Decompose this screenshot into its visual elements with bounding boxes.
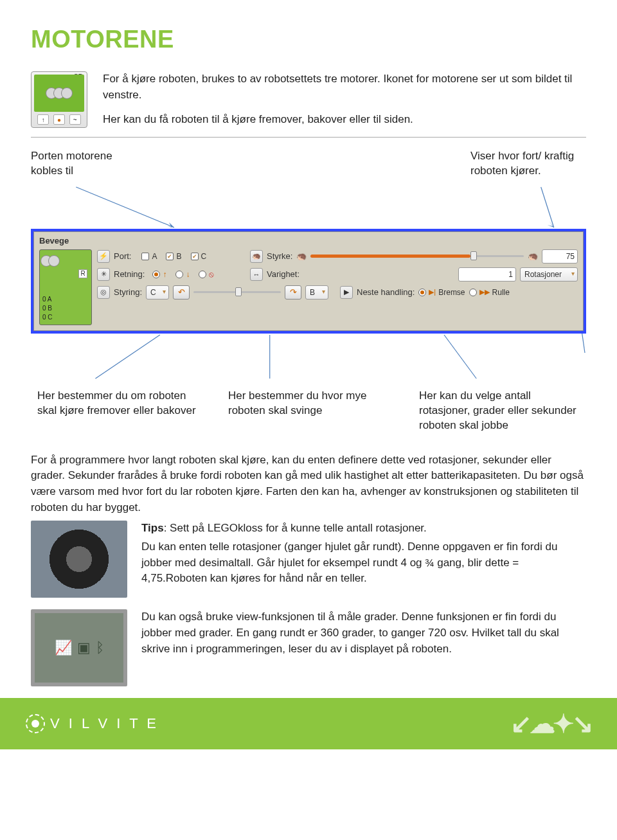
- compass-icon: ✳: [97, 268, 110, 281]
- footer: V I L V I T E ↙☁✦↘: [0, 698, 617, 749]
- gear-icon: [61, 87, 73, 99]
- motor-block-icon: CB ↑ ● ~: [31, 71, 87, 128]
- block-preview: R 0 A 0 B 0 C: [39, 249, 92, 325]
- steer-right-icon: ↷: [285, 285, 301, 299]
- view-icon: ▣: [77, 639, 91, 656]
- tips-paragraph-2: Du kan også bruke view-funksjonen til å …: [141, 609, 586, 657]
- hedgehog-icon: 🦔: [250, 250, 263, 263]
- svg-line-7: [578, 334, 585, 353]
- intro-paragraph-1: For å kjøre roboten, brukes to av robots…: [103, 71, 586, 103]
- callout-arrows-bottom: [31, 334, 586, 385]
- config-panel: Bevege R 0 A 0 B 0 C: [31, 229, 586, 334]
- callout-power: Viser hvor fort/ kraftig roboten kjører.: [470, 149, 586, 179]
- duration-value[interactable]: 1: [458, 267, 516, 281]
- svg-line-2: [541, 187, 554, 228]
- steering-left-port[interactable]: C: [146, 285, 169, 299]
- hedgehog-fast-icon: 🦔: [528, 251, 538, 261]
- display-photo: 📈 ▣ ᛒ: [31, 609, 127, 686]
- steering-right-port[interactable]: B: [305, 285, 328, 299]
- page-title: MOTORENE: [31, 26, 586, 53]
- steering-slider[interactable]: [193, 291, 281, 293]
- gear-icon: [48, 255, 60, 267]
- direction-forward-radio[interactable]: ↑: [152, 270, 166, 279]
- svg-marker-1: [168, 222, 174, 228]
- power-slider[interactable]: [310, 255, 524, 257]
- duration-icon: ↔: [250, 268, 263, 281]
- callout-steering: Her bestemmer du hvor mye roboten skal s…: [228, 389, 389, 433]
- body-paragraph: For å programmere hvor langt roboten ska…: [31, 452, 586, 516]
- port-readout: 0 A 0 B 0 C: [42, 295, 53, 322]
- port-label: Port:: [114, 251, 131, 261]
- direction-label: Retning:: [114, 269, 145, 279]
- direction-up-icon: ↑: [37, 114, 49, 125]
- callout-port: Porten motorene kobles til: [31, 149, 147, 179]
- steer-icon: ●: [53, 114, 65, 125]
- reset-indicator: R: [78, 269, 87, 278]
- svg-marker-3: [548, 221, 554, 228]
- hedgehog-slow-icon: 🦔: [296, 251, 307, 261]
- duration-label: Varighet:: [267, 269, 300, 279]
- next-coast-radio[interactable]: ▶▶Rulle: [469, 288, 510, 297]
- steer-left-icon: ↶: [173, 285, 190, 299]
- steering-label: Styring:: [114, 287, 142, 297]
- bluetooth-icon: ᛒ: [96, 639, 104, 656]
- panel-title: Bevege: [39, 236, 578, 246]
- tips-paragraph-1: Du kan enten telle rotasjoner (ganger hj…: [141, 539, 586, 587]
- callout-duration: Her kan du velge antall rotasjoner, grad…: [419, 389, 580, 433]
- footer-decoration: ↙☁✦↘: [510, 709, 591, 738]
- port-b-checkbox[interactable]: B: [166, 252, 181, 261]
- power-label: Styrke:: [267, 251, 292, 261]
- duration-icon: ~: [69, 114, 81, 125]
- power-value[interactable]: 75: [542, 249, 578, 264]
- port-c-checkbox[interactable]: C: [191, 252, 207, 261]
- callout-arrows-top: [31, 184, 586, 229]
- port-a-checkbox[interactable]: A: [141, 252, 157, 261]
- steering-icon: ◎: [97, 286, 110, 299]
- divider: [31, 137, 586, 138]
- svg-line-4: [95, 335, 159, 379]
- tips-line-1: Tips: Sett på LEGOkloss for å kunne tell…: [141, 521, 586, 537]
- callout-direction: Her bestemmer du om roboten skal kjøre f…: [37, 389, 198, 433]
- graph-icon: 📈: [55, 639, 72, 656]
- next-brake-radio[interactable]: ▶|Bremse: [418, 288, 465, 297]
- duration-unit-dropdown[interactable]: Rotasjoner: [520, 267, 578, 281]
- wheel-photo: [31, 521, 127, 598]
- next-action-icon: ▶: [340, 286, 353, 299]
- logo-bug-icon: [26, 714, 45, 733]
- next-action-label: Neste handling:: [357, 287, 415, 297]
- svg-line-0: [76, 187, 174, 228]
- svg-line-6: [444, 335, 476, 379]
- direction-stop-radio[interactable]: ⦸: [199, 270, 214, 279]
- plug-icon: ⚡: [97, 250, 110, 263]
- vilvite-logo: V I L V I T E: [26, 714, 159, 733]
- intro-paragraph-2: Her kan du få roboten til å kjøre fremov…: [103, 112, 586, 128]
- direction-backward-radio[interactable]: ↓: [175, 270, 190, 279]
